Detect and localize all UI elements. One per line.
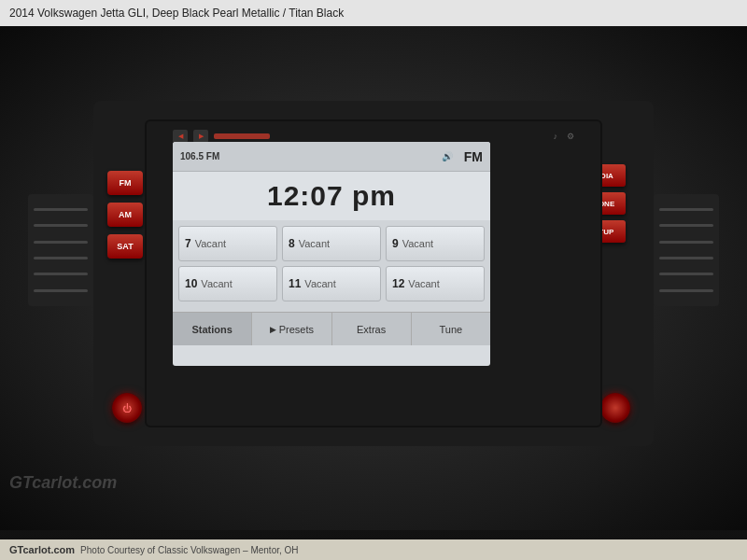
nav-stations[interactable]: Stations [173, 313, 252, 345]
vent-line [659, 208, 713, 211]
vent-line [34, 289, 88, 292]
preset-label: Vacant [402, 238, 433, 249]
vent-line [659, 257, 713, 259]
vent-line [34, 257, 88, 259]
next-button[interactable]: ▶ [193, 130, 208, 143]
volume-knob[interactable] [600, 393, 630, 423]
presets-label: Presets [279, 324, 314, 335]
preset-number: 11 [289, 277, 301, 290]
header-bar: 2014 Volkswagen Jetta GLI, Deep Black Pe… [0, 0, 747, 26]
am-button[interactable]: AM [107, 203, 143, 227]
preset-10[interactable]: 10 Vacant [178, 266, 277, 301]
settings-icon: ⚙ [567, 132, 574, 141]
infotainment-screen: 106.5 FM 🔊 FM 12:07 pm 7 Vacant 8 Vacant [173, 142, 490, 366]
preset-number: 9 [392, 237, 399, 250]
nav-bar: Stations ▶ Presets Extras Tune [173, 312, 490, 345]
preset-11[interactable]: 11 Vacant [282, 266, 381, 301]
speaker-icon: 🔊 [442, 151, 453, 161]
stations-label: Stations [191, 324, 232, 335]
nav-extras[interactable]: Extras [332, 313, 412, 345]
extras-label: Extras [357, 324, 386, 335]
preset-grid: 7 Vacant 8 Vacant 9 Vacant 10 Va [173, 220, 490, 312]
mode-badge: FM [464, 149, 483, 164]
mode-icon: ♪ [554, 132, 558, 141]
footer-bar: GTcarlot.com Photo Courtesy of Classic V… [0, 539, 747, 560]
preset-number: 12 [392, 277, 404, 290]
preset-number: 7 [185, 237, 191, 250]
vent-line [659, 289, 713, 292]
nav-tune[interactable]: Tune [412, 313, 490, 345]
screen-topbar: 106.5 FM 🔊 FM [173, 142, 490, 172]
preset-label: Vacant [408, 278, 439, 289]
preset-9[interactable]: 9 Vacant [386, 226, 485, 261]
vent-line [34, 273, 88, 275]
nav-presets[interactable]: ▶ Presets [252, 313, 331, 345]
prev-button[interactable]: ◀ [173, 130, 188, 143]
tune-label: Tune [440, 324, 463, 335]
preset-12[interactable]: 12 Vacant [386, 266, 485, 301]
preset-8[interactable]: 8 Vacant [282, 226, 381, 261]
vent-line [659, 273, 713, 275]
play-icon: ▶ [270, 325, 276, 334]
vent-line [34, 208, 88, 211]
progress-bar [214, 133, 270, 139]
preset-label: Vacant [299, 238, 330, 249]
vent-line [659, 241, 713, 244]
preset-label: Vacant [195, 238, 226, 249]
vent-line [34, 224, 88, 227]
sat-button[interactable]: SAT [107, 234, 143, 259]
left-button-group: FM AM SAT [107, 171, 143, 259]
vent-line [34, 241, 88, 244]
power-knob[interactable]: ⏻ [112, 393, 142, 423]
fm-button[interactable]: FM [107, 171, 143, 195]
preset-row-2: 10 Vacant 11 Vacant 12 Vacant [178, 266, 485, 301]
frequency-display: 106.5 FM [180, 151, 219, 161]
preset-number: 10 [185, 277, 197, 290]
vent-line [659, 224, 713, 227]
left-vent [28, 194, 93, 306]
header-title: 2014 Volkswagen Jetta GLI, Deep Black Pe… [9, 7, 344, 20]
right-vent [654, 194, 719, 306]
clock: 12:07 pm [267, 180, 396, 212]
preset-row-1: 7 Vacant 8 Vacant 9 Vacant [178, 226, 485, 261]
footer-text: Photo Courtesy of Classic Volkswagen – M… [80, 545, 298, 555]
time-display: 12:07 pm [173, 172, 490, 220]
car-interior: FM AM SAT MEDIA PHONE SETUP ⏻ ◀ ▶ ♪ ⚙ 10… [0, 26, 747, 530]
preset-number: 8 [289, 237, 295, 250]
preset-label: Vacant [201, 278, 232, 289]
preset-label: Vacant [304, 278, 335, 289]
footer-logo: GTcarlot.com [9, 544, 75, 555]
head-unit: ◀ ▶ ♪ ⚙ 106.5 FM 🔊 FM 12:07 pm [145, 119, 602, 427]
power-icon: ⏻ [122, 403, 132, 413]
watermark: GTcarlot.com [9, 473, 117, 493]
preset-7[interactable]: 7 Vacant [178, 226, 277, 261]
